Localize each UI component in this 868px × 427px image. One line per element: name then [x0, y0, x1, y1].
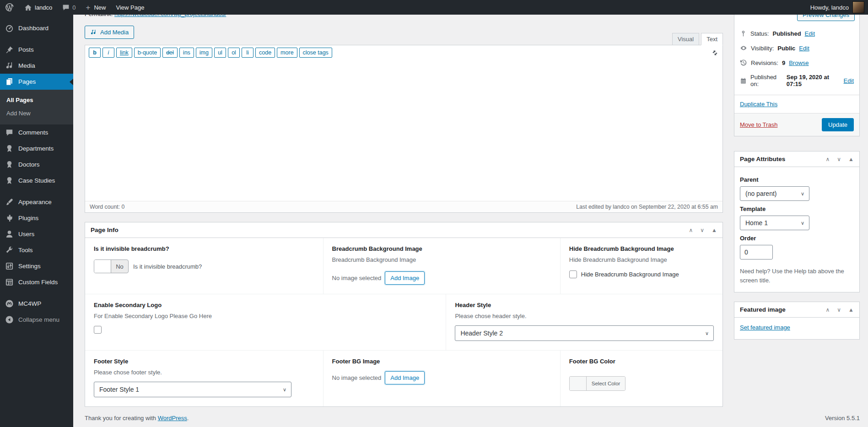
move-to-trash-link[interactable]: Move to Trash — [740, 121, 777, 128]
footer-bg-color-picker[interactable]: Select Color — [569, 376, 626, 391]
quicktag-code[interactable]: code — [255, 48, 275, 58]
sidebar-item-tools[interactable]: Tools — [0, 242, 73, 258]
header-style-select[interactable]: Header Style 2 ∨ — [455, 325, 714, 341]
edit-published-link[interactable]: Edit — [844, 77, 854, 84]
quicktag-img[interactable]: img — [196, 48, 212, 58]
chevron-down-icon: ∨ — [283, 387, 286, 393]
visibility-row: Visibility: Public Edit — [740, 41, 854, 55]
parent-select[interactable]: (no parent) ∨ — [740, 186, 809, 201]
preview-changes-button[interactable]: Preview Changes — [797, 15, 855, 21]
quicktag-blockquote[interactable]: b-quote — [134, 48, 161, 58]
add-media-label: Add Media — [100, 29, 129, 36]
wrench-icon — [5, 246, 14, 254]
template-select[interactable]: Home 1 ∨ — [740, 216, 809, 230]
sidebar-item-dashboard[interactable]: Dashboard — [0, 20, 73, 36]
order-input[interactable] — [740, 245, 773, 259]
select-color-button: Select Color — [587, 377, 625, 390]
checkbox-label: Hide Breadcrumb Background Image — [581, 271, 679, 278]
sidebar-item-plugins[interactable]: Plugins — [0, 210, 73, 226]
quicktag-ol[interactable]: ol — [228, 48, 240, 58]
field-title: Enable Secondary Logo — [94, 302, 437, 308]
wordpress-link[interactable]: WordPress — [158, 415, 187, 422]
sidebar-item-departments[interactable]: Departments — [0, 141, 73, 157]
color-swatch — [570, 377, 587, 390]
edit-status-link[interactable]: Edit — [805, 30, 815, 37]
status-pin-icon — [740, 30, 747, 37]
footer-style-select[interactable]: Footer Style 1 ∨ — [94, 382, 291, 397]
secondary-logo-checkbox[interactable] — [94, 326, 102, 334]
settings-icon — [5, 262, 14, 270]
sidebar-item-case-studies[interactable]: Case Studies — [0, 173, 73, 189]
toggle-panel-icon[interactable]: ▲ — [848, 156, 854, 162]
quicktag-italic[interactable]: i — [102, 48, 114, 58]
admin-bar-right: Howdy, landco — [810, 1, 868, 13]
sidebar-item-label: Tools — [18, 247, 33, 254]
collapse-menu-button[interactable]: Collapse menu — [0, 312, 73, 328]
comments-bubble-menu[interactable]: 0 — [57, 0, 81, 15]
set-featured-image-link[interactable]: Set featured image — [740, 324, 790, 331]
sidebar-item-users[interactable]: Users — [0, 226, 73, 242]
quicktag-ul[interactable]: ul — [214, 48, 226, 58]
quicktag-more[interactable]: more — [277, 48, 297, 58]
toggle-panel-icon[interactable]: ▲ — [848, 307, 854, 313]
new-content-menu[interactable]: + New — [81, 0, 111, 15]
quicktag-del[interactable]: del — [162, 48, 178, 58]
breadcrumb-add-image-button[interactable]: Add Image — [385, 271, 425, 285]
invisible-breadcrumb-toggle[interactable]: No — [94, 259, 129, 273]
revisions-label: Revisions: — [751, 59, 778, 66]
sidebar-item-mc4wp[interactable]: MC4WP — [0, 296, 73, 312]
move-up-icon[interactable]: ∧ — [826, 307, 830, 313]
sidebar-item-media[interactable]: Media — [0, 58, 73, 74]
sidebar-item-doctors[interactable]: Doctors — [0, 157, 73, 173]
duplicate-row: Duplicate This — [734, 95, 859, 113]
hide-breadcrumb-checkbox[interactable] — [569, 270, 577, 278]
featured-image-title: Featured image — [740, 306, 786, 313]
toggle-panel-icon[interactable]: ▲ — [712, 227, 717, 233]
page-attributes-header[interactable]: Page Attributes ∧ ∨ ▲ — [734, 151, 859, 167]
move-up-icon[interactable]: ∧ — [826, 156, 830, 162]
field-desc: For Enable Secondary Logo Please Go Here — [94, 313, 437, 319]
quicktag-bold[interactable]: b — [89, 48, 101, 58]
sidebar-item-custom-fields[interactable]: Custom Fields — [0, 274, 73, 290]
wordpress-logo-menu[interactable] — [0, 0, 19, 15]
tab-text[interactable]: Text — [701, 33, 723, 45]
content-textarea[interactable] — [85, 60, 722, 201]
duplicate-this-link[interactable]: Duplicate This — [740, 101, 777, 108]
right-column: Preview Changes Status: Published Edit V… — [734, 15, 860, 340]
move-up-icon[interactable]: ∧ — [689, 227, 693, 233]
tab-visual[interactable]: Visual — [672, 33, 699, 45]
status-row: Status: Published Edit — [740, 27, 854, 41]
quicktag-ins[interactable]: ins — [179, 48, 194, 58]
browse-revisions-link[interactable]: Browse — [789, 59, 809, 66]
featured-image-header[interactable]: Featured image ∧ ∨ ▲ — [734, 302, 859, 318]
page-info-header[interactable]: Page Info ∧ ∨ ▲ — [85, 222, 722, 238]
visibility-value: Public — [777, 45, 795, 52]
add-media-button[interactable]: Add Media — [85, 26, 134, 39]
update-button[interactable]: Update — [822, 118, 854, 131]
footer-thanks-text: Thank you for creating with — [85, 415, 158, 422]
quicktag-li[interactable]: li — [242, 48, 253, 58]
quicktag-close-tags[interactable]: close tags — [299, 48, 332, 58]
edit-visibility-link[interactable]: Edit — [799, 45, 809, 52]
view-page-menu[interactable]: View Page — [111, 0, 150, 15]
sidebar-item-settings[interactable]: Settings — [0, 258, 73, 274]
field-title: Is it invisible breadcrumb? — [94, 245, 314, 252]
user-avatar[interactable] — [852, 1, 864, 13]
site-name-menu[interactable]: landco — [19, 0, 57, 15]
footer-add-image-button[interactable]: Add Image — [385, 371, 425, 384]
move-down-icon[interactable]: ∨ — [837, 307, 841, 313]
permalink-link[interactable]: https://wealcoder.com/wp_projects/landco… — [114, 15, 226, 17]
move-down-icon[interactable]: ∨ — [700, 227, 704, 233]
submenu-item-add-new[interactable]: Add New — [0, 107, 73, 120]
sidebar-item-posts[interactable]: Posts — [0, 42, 73, 58]
move-down-icon[interactable]: ∨ — [837, 156, 841, 162]
sidebar-item-label: Users — [18, 231, 34, 238]
submenu-item-all-pages[interactable]: All Pages — [0, 93, 73, 107]
howdy-account-menu[interactable]: Howdy, landco — [810, 4, 849, 11]
quicktag-link[interactable]: link — [116, 48, 132, 58]
field-breadcrumb-bg-image: Breadcrumb Background Image Breadcrumb B… — [323, 238, 560, 294]
fullscreen-toggle[interactable] — [711, 49, 719, 57]
sidebar-item-comments[interactable]: Comments — [0, 124, 73, 141]
sidebar-item-pages[interactable]: Pages — [0, 74, 73, 90]
sidebar-item-appearance[interactable]: Appearance — [0, 194, 73, 210]
